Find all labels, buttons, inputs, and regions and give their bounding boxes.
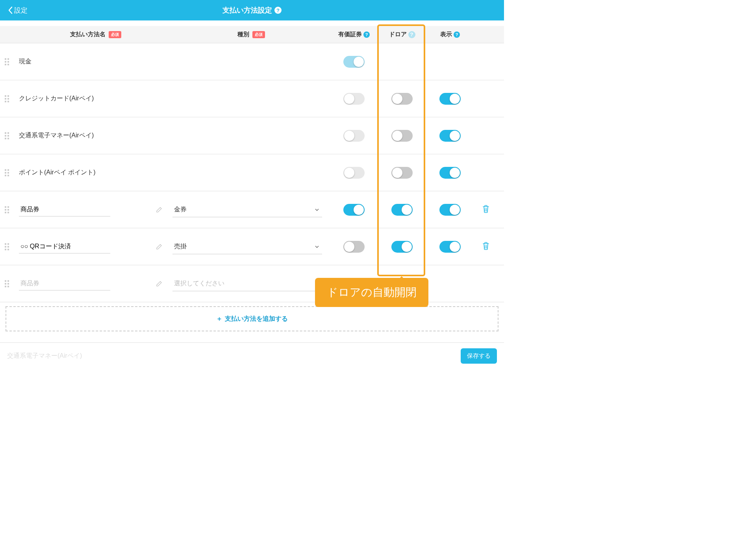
trash-icon bbox=[482, 242, 490, 250]
help-icon[interactable]: ? bbox=[454, 31, 460, 38]
help-icon[interactable]: ? bbox=[363, 31, 370, 38]
pencil-icon bbox=[156, 244, 162, 250]
toggle[interactable] bbox=[343, 204, 365, 216]
type-select[interactable]: 選択してください bbox=[172, 276, 322, 291]
col-drawer: ドロア? bbox=[378, 31, 426, 38]
pencil-icon bbox=[156, 281, 162, 287]
columns-header: 支払い方法名必須 種別必須 有価証券? ドロア? 表示? bbox=[0, 26, 504, 43]
row-name: 現金 bbox=[19, 57, 172, 66]
chevron-left-icon bbox=[8, 6, 13, 14]
name-input[interactable] bbox=[19, 203, 110, 216]
chevron-down-icon bbox=[314, 207, 320, 213]
drag-handle[interactable] bbox=[5, 132, 19, 139]
toggle[interactable] bbox=[343, 93, 365, 105]
toggle[interactable] bbox=[391, 130, 413, 142]
drag-handle[interactable] bbox=[5, 169, 19, 176]
drag-handle[interactable] bbox=[5, 95, 19, 102]
name-input[interactable] bbox=[19, 277, 110, 290]
trash-icon bbox=[482, 205, 490, 213]
toggle[interactable] bbox=[439, 130, 461, 142]
add-label: 支払い方法を追加する bbox=[225, 315, 288, 323]
help-icon[interactable]: ? bbox=[408, 31, 415, 38]
table-row: 売掛 bbox=[0, 228, 504, 265]
drag-handle[interactable] bbox=[5, 58, 19, 65]
type-select[interactable]: 金券 bbox=[172, 202, 322, 217]
table-row: 金券 bbox=[0, 191, 504, 228]
header: 設定 支払い方法設定 ? bbox=[0, 0, 504, 20]
footer: 交通系電子マネー(Airペイ) 保存する bbox=[0, 342, 504, 369]
title-text: 支払い方法設定 bbox=[222, 6, 272, 15]
toggle[interactable] bbox=[439, 167, 461, 179]
toggle[interactable] bbox=[343, 56, 365, 68]
new-row: 選択してください bbox=[0, 265, 504, 302]
name-input[interactable] bbox=[19, 240, 110, 253]
col-securities: 有価証券? bbox=[330, 31, 378, 38]
table-row: クレジットカード(Airペイ) bbox=[0, 80, 504, 117]
required-badge: 必須 bbox=[109, 31, 121, 38]
add-button[interactable]: ＋支払い方法を追加する bbox=[6, 306, 498, 331]
delete-button[interactable] bbox=[482, 242, 490, 252]
drag-handle[interactable] bbox=[5, 280, 19, 287]
drag-handle[interactable] bbox=[5, 206, 19, 213]
back-label: 設定 bbox=[14, 6, 28, 15]
col-type: 種別必須 bbox=[172, 31, 330, 38]
chevron-down-icon bbox=[314, 244, 320, 250]
toggle[interactable] bbox=[391, 204, 413, 216]
col-display: 表示? bbox=[426, 31, 474, 38]
col-name: 支払い方法名必須 bbox=[19, 31, 172, 38]
toggle[interactable] bbox=[343, 130, 365, 142]
back-button[interactable]: 設定 bbox=[8, 6, 28, 15]
type-select[interactable]: 売掛 bbox=[172, 239, 322, 254]
row-name: ポイント(Airペイ ポイント) bbox=[19, 168, 172, 177]
toggle[interactable] bbox=[391, 93, 413, 105]
toggle[interactable] bbox=[391, 167, 413, 179]
page-title: 支払い方法設定 ? bbox=[222, 6, 282, 15]
toggle[interactable] bbox=[439, 204, 461, 216]
table-row: ポイント(Airペイ ポイント) bbox=[0, 154, 504, 191]
table-row: 現金 bbox=[0, 43, 504, 80]
row-name: クレジットカード(Airペイ) bbox=[19, 94, 172, 103]
plus-icon: ＋ bbox=[216, 315, 222, 323]
pencil-icon bbox=[156, 207, 162, 213]
toggle[interactable] bbox=[439, 241, 461, 253]
toggle[interactable] bbox=[391, 241, 413, 253]
callout-tooltip: ドロアの自動開閉 bbox=[315, 278, 428, 307]
toggle[interactable] bbox=[343, 241, 365, 253]
toggle[interactable] bbox=[343, 167, 365, 179]
footer-ghost-text: 交通系電子マネー(Airペイ) bbox=[7, 352, 82, 360]
help-icon[interactable]: ? bbox=[274, 7, 282, 14]
required-badge: 必須 bbox=[252, 31, 265, 38]
toggle[interactable] bbox=[439, 93, 461, 105]
save-button[interactable]: 保存する bbox=[461, 348, 497, 364]
row-name: 交通系電子マネー(Airペイ) bbox=[19, 131, 172, 140]
table-row: 交通系電子マネー(Airペイ) bbox=[0, 117, 504, 154]
delete-button[interactable] bbox=[482, 205, 490, 215]
drag-handle[interactable] bbox=[5, 243, 19, 250]
